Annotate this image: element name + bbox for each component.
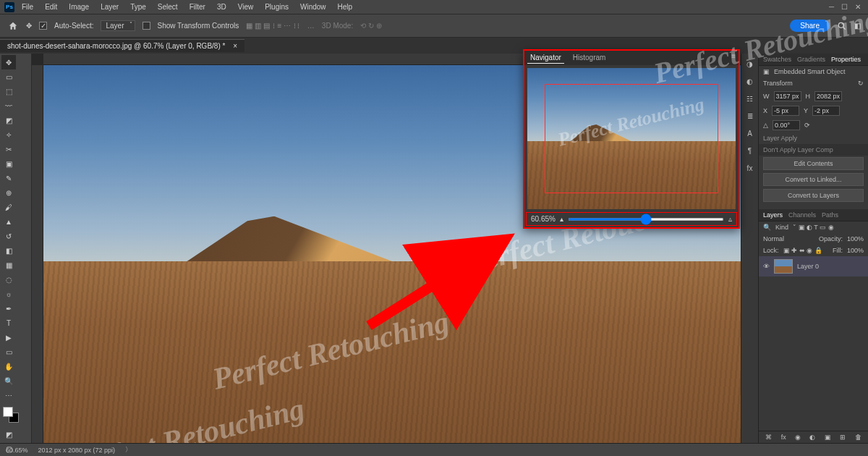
object-select-tool[interactable]: ◩ — [1, 113, 16, 127]
auto-select-target-dropdown[interactable]: Layer — [101, 20, 135, 31]
edit-contents-button[interactable]: Edit Contents — [763, 157, 864, 170]
tab-navigator[interactable]: Navigator — [527, 52, 564, 64]
quick-mask-tool[interactable]: ◩ — [1, 427, 16, 442]
blend-mode-dropdown[interactable]: Normal — [763, 235, 814, 242]
visibility-icon[interactable]: 👁 — [763, 263, 770, 270]
show-transform-checkbox[interactable] — [142, 22, 150, 30]
layer-comp-dropdown[interactable]: Don't Apply Layer Comp — [759, 144, 868, 156]
menu-filter[interactable]: Filter — [185, 1, 210, 12]
filter-kind-dropdown[interactable]: Kind — [775, 224, 788, 231]
edit-toolbar[interactable]: ⋯ — [1, 388, 16, 402]
new-layer-icon[interactable]: ⊞ — [840, 434, 846, 441]
maximize-icon[interactable]: ☐ — [841, 3, 848, 11]
status-zoom[interactable]: 60.65% — [6, 447, 28, 454]
zoom-out-icon[interactable]: ▴ — [560, 215, 563, 223]
frame-tool[interactable]: ▣ — [1, 156, 16, 171]
eyedropper-tool[interactable]: ✎ — [1, 171, 16, 185]
menu-type[interactable]: Type — [126, 1, 150, 12]
menu-3d[interactable]: 3D — [213, 1, 231, 12]
layer-thumbnail[interactable] — [774, 259, 793, 274]
zoom-in-icon[interactable]: ▵ — [728, 215, 732, 223]
angle-field[interactable] — [773, 120, 800, 130]
trash-icon[interactable]: 🗑 — [855, 434, 861, 441]
tab-channels[interactable]: Channels — [788, 211, 816, 219]
menu-help[interactable]: Help — [333, 1, 357, 12]
opacity-value[interactable]: 100% — [847, 235, 864, 242]
workspace-icon[interactable]: ◧ — [854, 22, 861, 30]
adjustment-layer-icon[interactable]: ◐ — [809, 434, 815, 441]
healing-tool[interactable]: ⊕ — [1, 185, 16, 200]
color-panel-icon[interactable]: ◑ — [744, 58, 756, 69]
menu-edit[interactable]: Edit — [41, 1, 61, 12]
move-tool[interactable]: ✥ — [1, 55, 16, 69]
home-icon[interactable] — [7, 20, 19, 32]
type-tool[interactable]: T — [1, 316, 16, 330]
menu-select[interactable]: Select — [153, 1, 182, 12]
layer-name[interactable]: Layer 0 — [797, 263, 819, 270]
zoom-tool[interactable]: 🔍 — [1, 373, 16, 388]
close-icon[interactable]: ✕ — [855, 3, 861, 11]
hand-tool[interactable]: ✋ — [1, 359, 16, 373]
layer-row[interactable]: 👁 Layer 0 — [759, 256, 868, 276]
history-panel-icon[interactable]: ≣ — [744, 110, 756, 122]
navigator-thumbnail[interactable]: Perfect Retouching — [527, 68, 736, 209]
tab-paths[interactable]: Paths — [822, 211, 838, 219]
pen-tool[interactable]: ✒ — [1, 301, 16, 316]
blur-tool[interactable]: ◌ — [1, 272, 16, 287]
navigator-zoom-value[interactable]: 60.65% — [531, 215, 556, 223]
document-tab[interactable]: shot-dunes-desert-sahara-morocco.jpg @ 6… — [0, 39, 244, 52]
mask-icon[interactable]: ◉ — [795, 434, 801, 441]
group-icon[interactable]: ▣ — [825, 434, 831, 441]
history-brush-tool[interactable]: ↺ — [1, 229, 16, 243]
x-field[interactable] — [772, 106, 799, 116]
tab-swatches[interactable]: Swatches — [763, 56, 791, 63]
fill-value[interactable]: 100% — [847, 247, 864, 254]
reset-icon[interactable]: ↻ — [858, 80, 864, 87]
eraser-tool[interactable]: ◧ — [1, 243, 16, 258]
link-layers-icon[interactable]: ⌘ — [765, 434, 772, 441]
glyphs-panel-icon[interactable]: fx — [744, 162, 756, 174]
character-panel-icon[interactable]: A — [744, 127, 756, 139]
ruler-vertical[interactable] — [32, 65, 43, 443]
paragraph-panel-icon[interactable]: ¶ — [744, 145, 756, 156]
panel-menu-icon[interactable]: ≡ — [731, 52, 736, 64]
width-field[interactable] — [774, 91, 801, 101]
brush-tool[interactable]: 🖌 — [1, 200, 16, 214]
convert-layers-button[interactable]: Convert to Layers — [763, 189, 864, 202]
libraries-panel-icon[interactable]: ☷ — [744, 93, 756, 104]
shape-tool[interactable]: ▭ — [1, 345, 16, 359]
menu-file[interactable]: File — [17, 1, 38, 12]
tab-properties[interactable]: Properties — [831, 56, 861, 63]
fx-icon[interactable]: fx — [781, 434, 786, 441]
tab-gradients[interactable]: Gradients — [797, 56, 825, 63]
lasso-tool[interactable]: 〰 — [1, 98, 16, 113]
magic-wand-tool[interactable]: ✧ — [1, 127, 16, 142]
path-select-tool[interactable]: ▶ — [1, 330, 16, 345]
y-field[interactable] — [812, 106, 840, 116]
menu-layer[interactable]: Layer — [96, 1, 123, 12]
menu-view[interactable]: View — [234, 1, 258, 12]
stamp-tool[interactable]: ▲ — [1, 214, 16, 229]
color-swatch[interactable] — [3, 407, 19, 423]
convert-linked-button[interactable]: Convert to Linked... — [763, 173, 864, 186]
height-field[interactable] — [814, 91, 842, 101]
close-tab-icon[interactable]: × — [233, 42, 237, 50]
minimize-icon[interactable]: ─ — [829, 3, 834, 11]
menu-window[interactable]: Window — [296, 1, 331, 12]
status-dimensions[interactable]: 2012 px x 2080 px (72 ppi) — [38, 447, 116, 454]
artboard-tool[interactable]: ▭ — [1, 69, 16, 84]
menu-plugins[interactable]: Plugins — [260, 1, 293, 12]
dodge-tool[interactable]: ☼ — [1, 287, 16, 301]
tab-histogram[interactable]: Histogram — [570, 52, 609, 64]
navigator-zoom-slider[interactable] — [568, 218, 724, 221]
gradient-tool[interactable]: ▦ — [1, 258, 16, 272]
auto-select-checkbox[interactable]: ✓ — [39, 22, 47, 30]
adjustments-panel-icon[interactable]: ◐ — [744, 75, 756, 87]
crop-tool[interactable]: ✂ — [1, 142, 16, 156]
search-icon[interactable] — [837, 21, 847, 31]
tab-layers[interactable]: Layers — [763, 211, 783, 219]
share-button[interactable]: Share — [790, 20, 830, 32]
navigator-view-box[interactable] — [545, 84, 718, 193]
menu-image[interactable]: Image — [64, 1, 93, 12]
marquee-tool[interactable]: ⬚ — [1, 84, 16, 98]
